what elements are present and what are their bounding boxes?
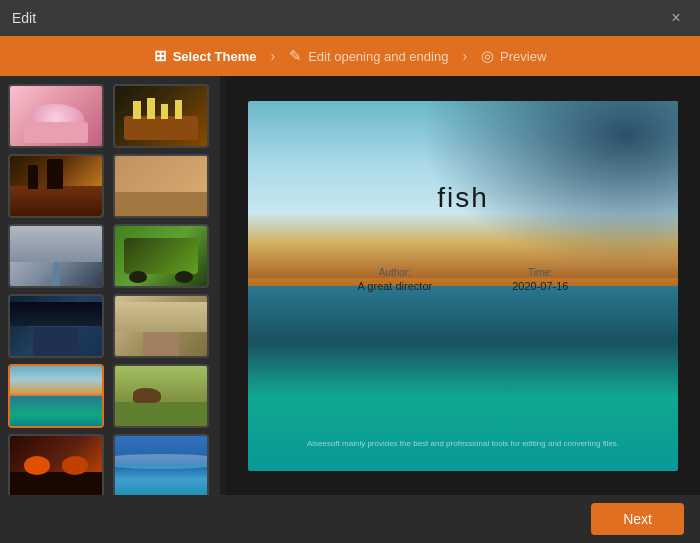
bottom-bar: Next [0, 495, 700, 543]
step-separator-1: › [269, 48, 278, 64]
thumbnail-panel: ⬇ ⬇ [0, 76, 220, 495]
time-label: Time: [528, 267, 553, 278]
thumbnail-6[interactable] [113, 224, 209, 288]
next-button[interactable]: Next [591, 503, 684, 535]
slide-time-col: Time: 2020-07-16 [512, 267, 568, 292]
thumbnail-2[interactable] [113, 84, 209, 148]
thumbnail-5[interactable] [8, 224, 104, 288]
slide-author-col: Author: A great director [358, 267, 433, 292]
theme-icon: ⊞ [154, 47, 167, 65]
thumbnail-3[interactable] [8, 154, 104, 218]
thumbnail-4[interactable] [113, 154, 209, 218]
slide-meta: Author: A great director Time: 2020-07-1… [248, 267, 678, 292]
step-bar: ⊞ Select Theme › ✎ Edit opening and endi… [0, 36, 700, 76]
step-edit-opening[interactable]: ✎ Edit opening and ending [277, 47, 460, 65]
author-label: Author: [379, 267, 411, 278]
thumbnail-9[interactable] [8, 364, 104, 428]
preview-icon: ◎ [481, 47, 494, 65]
thumbnail-10[interactable] [113, 364, 209, 428]
step-separator-2: › [460, 48, 469, 64]
thumbnail-grid: ⬇ ⬇ [8, 84, 212, 495]
thumbnail-11[interactable] [8, 434, 104, 495]
thumbnail-12[interactable] [113, 434, 209, 495]
close-button[interactable]: × [664, 6, 688, 30]
thumbnail-7[interactable] [8, 294, 104, 358]
main-content: ⬇ ⬇ fish Author: A gr [0, 76, 700, 495]
window-title: Edit [12, 10, 36, 26]
step-edit-opening-label: Edit opening and ending [308, 49, 448, 64]
title-bar: Edit × [0, 0, 700, 36]
step-select-theme[interactable]: ⊞ Select Theme [142, 47, 269, 65]
author-value: A great director [358, 280, 433, 292]
time-value: 2020-07-16 [512, 280, 568, 292]
thumbnail-1[interactable] [8, 84, 104, 148]
step-select-theme-label: Select Theme [173, 49, 257, 64]
slide-footer: Aiseesoft mainly provides the best and p… [248, 439, 678, 448]
preview-panel: fish Author: A great director Time: 2020… [226, 76, 700, 495]
thumbnail-8[interactable] [113, 294, 209, 358]
edit-icon: ✎ [289, 47, 302, 65]
step-preview-label: Preview [500, 49, 546, 64]
preview-slide: fish Author: A great director Time: 2020… [248, 101, 678, 471]
slide-title: fish [248, 182, 678, 214]
step-preview[interactable]: ◎ Preview [469, 47, 558, 65]
